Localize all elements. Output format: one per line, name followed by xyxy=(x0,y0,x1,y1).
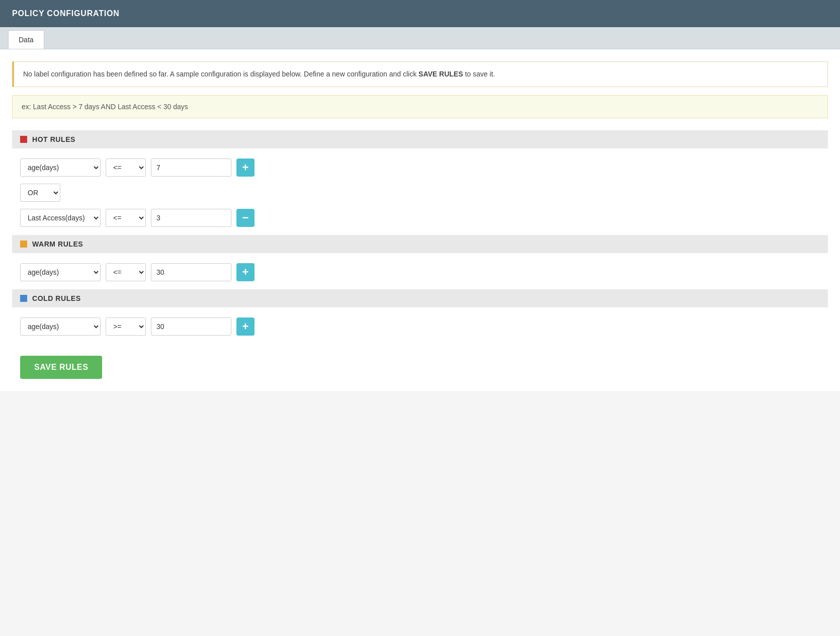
hot-rule-1-value[interactable] xyxy=(151,158,231,177)
page-title: POLICY CONFIGURATION xyxy=(0,0,840,27)
hot-rule-2-field[interactable]: age(days) Last Access(days) Size(bytes) xyxy=(20,209,101,227)
warm-rule-1-field[interactable]: age(days) Last Access(days) Size(bytes) xyxy=(20,263,101,281)
hot-rule-1-operator[interactable]: <= >= < > = xyxy=(106,158,146,177)
cold-rules-header: COLD RULES xyxy=(12,289,828,307)
cold-rules-section: COLD RULES age(days) Last Access(days) S… xyxy=(12,289,828,336)
info-banner-text-after: to save it. xyxy=(463,70,495,78)
hot-rule-1-add-button[interactable]: + xyxy=(236,158,255,177)
example-banner: ex: Last Access > 7 days AND Last Access… xyxy=(12,95,828,118)
cold-rules-label: COLD RULES xyxy=(32,294,81,302)
hot-rule-2-operator[interactable]: <= >= < > = xyxy=(106,209,146,227)
save-rules-button[interactable]: SAVE RULES xyxy=(20,356,102,379)
warm-rules-header: WARM RULES xyxy=(12,235,828,253)
warm-rules-section: WARM RULES age(days) Last Access(days) S… xyxy=(12,235,828,281)
content-area: No label configuration has been defined … xyxy=(0,49,840,391)
tab-data[interactable]: Data xyxy=(8,30,44,49)
hot-rules-label: HOT RULES xyxy=(32,135,75,143)
warm-rules-label: WARM RULES xyxy=(32,240,83,248)
cold-rule-1-field[interactable]: age(days) Last Access(days) Size(bytes) xyxy=(20,317,101,336)
warm-rules-icon xyxy=(20,241,27,248)
hot-rule-row-1: age(days) Last Access(days) Size(bytes) … xyxy=(12,158,828,177)
warm-rule-1-value[interactable] xyxy=(151,263,231,281)
example-banner-text: ex: Last Access > 7 days AND Last Access… xyxy=(22,103,188,111)
cold-rules-icon xyxy=(20,295,27,302)
warm-rule-row-1: age(days) Last Access(days) Size(bytes) … xyxy=(12,263,828,281)
hot-rule-2-remove-button[interactable]: − xyxy=(236,209,255,227)
cold-rule-1-value[interactable] xyxy=(151,317,231,336)
tabs-bar: Data xyxy=(0,27,840,49)
cold-rule-row-1: age(days) Last Access(days) Size(bytes) … xyxy=(12,317,828,336)
info-banner: No label configuration has been defined … xyxy=(12,61,828,87)
hot-rule-row-2: age(days) Last Access(days) Size(bytes) … xyxy=(12,209,828,227)
hot-rule-connector: OR AND xyxy=(12,184,828,202)
hot-rules-header: HOT RULES xyxy=(12,130,828,148)
hot-rule-2-value[interactable] xyxy=(151,209,231,227)
hot-rules-icon xyxy=(20,136,27,143)
info-banner-text-before: No label configuration has been defined … xyxy=(23,70,418,78)
hot-rules-section: HOT RULES age(days) Last Access(days) Si… xyxy=(12,130,828,227)
cold-rule-1-operator[interactable]: <= >= < > = xyxy=(106,317,146,336)
cold-rule-1-add-button[interactable]: + xyxy=(236,317,255,336)
info-banner-highlight: SAVE RULES xyxy=(418,70,463,78)
warm-rule-1-add-button[interactable]: + xyxy=(236,263,255,281)
warm-rule-1-operator[interactable]: <= >= < > = xyxy=(106,263,146,281)
hot-connector-select[interactable]: OR AND xyxy=(20,184,60,202)
hot-rule-1-field[interactable]: age(days) Last Access(days) Size(bytes) xyxy=(20,158,101,177)
